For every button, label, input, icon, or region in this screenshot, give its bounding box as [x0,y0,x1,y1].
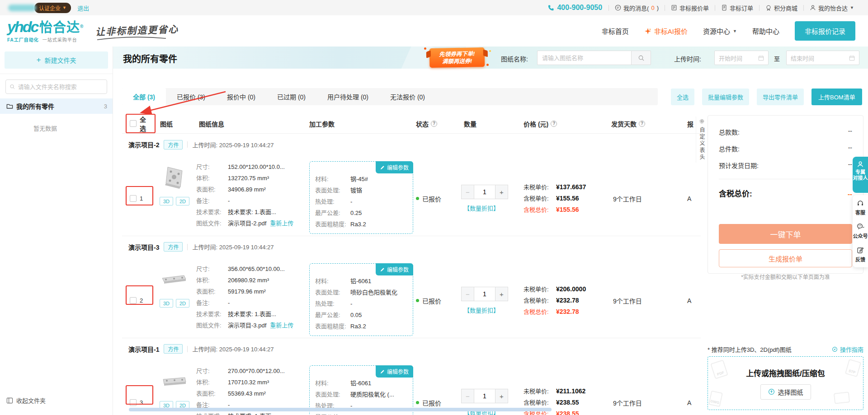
qty-plus-button[interactable]: + [495,287,508,301]
search-button[interactable] [631,51,651,65]
edit-params-button[interactable]: 编辑参数 [376,365,413,378]
my-messages-link[interactable]: 我的消息(0) [609,4,665,12]
verified-company-badge[interactable]: 认证企业 ▼ [34,3,71,13]
delivery-days: 9个工作日 [611,398,679,407]
export-parts-list-button[interactable]: 导出零件清单 [757,89,804,105]
person-icon [810,5,816,11]
reupload-link[interactable]: 重新上传 [270,320,293,331]
wechat-official-button[interactable]: 公众号 [853,223,868,239]
batch-edit-params-button[interactable]: 批量编辑参数 [702,89,749,105]
sidebar-item-all-parts[interactable]: 我的所有零件 3 [0,98,113,114]
end-date-input[interactable]: 结束时间 [786,51,859,65]
view-3d-button[interactable]: 3D [160,197,173,205]
param-heat: - [350,196,352,207]
new-folder-button[interactable]: + 新建文件夹 [5,51,108,69]
qty-minus-button[interactable]: − [461,287,474,301]
message-icon [615,5,621,11]
select-all-checkbox[interactable] [130,120,137,127]
one-click-order-button[interactable]: 一键下单 [719,224,852,244]
list-action-bar: 全选 批量编辑参数 导出零件清单 上传BOM清单 [671,89,862,105]
tab-all[interactable]: 全部 (3) [122,88,166,105]
part-thumbnail[interactable] [158,263,190,295]
logout-link[interactable]: 退出 [77,4,89,12]
drawing-name-input[interactable] [537,51,631,65]
part-type-badge[interactable]: 方件 [164,242,183,252]
generate-quotation-button[interactable]: 生成报价单 [719,249,852,267]
coupon-banner[interactable]: 先领券再下单! 满额再送券! [429,47,485,68]
operation-guide-link[interactable]: 操作指南 [832,345,863,354]
row-checkbox[interactable] [130,399,137,406]
view-2d-button[interactable]: 2D [176,197,189,205]
collapse-folders-button[interactable]: 收起文件夹 [6,396,46,405]
floater-label: 公众号 [853,232,868,239]
verified-label: 认证企业 [39,4,61,12]
qty-input[interactable] [474,389,495,403]
qty-plus-button[interactable]: + [495,185,508,199]
folder-ghost-icon [834,392,850,404]
nav-help-center[interactable]: 帮助中心 [752,26,779,36]
part-thumbnail[interactable] [158,161,190,193]
tab-expired[interactable]: 已过期 (0) [266,88,316,105]
view-2d-button[interactable]: 2D [176,299,189,308]
customer-service-button[interactable]: 客服 [855,200,865,216]
points-mall-link[interactable]: 积分商城 [760,4,803,12]
phone-number: 400-900-9050 [557,4,602,12]
upload-bom-button[interactable]: 上传BOM清单 [811,89,862,105]
truncated-cell: A [682,195,700,202]
tab-quoted[interactable]: 已报价 (3) [166,88,216,105]
edit-params-button[interactable]: 编辑参数 [376,263,413,275]
total-pieces-value: -- [848,144,852,153]
upload-time: 上传时间: 2025-09-19 10:44:27 [192,345,274,353]
tab-quoting[interactable]: 报价中 (0) [216,88,266,105]
drawing-file-link[interactable]: 演示项目-2.pdf [228,218,266,229]
tab-unquotable[interactable]: 无法报价 (0) [379,88,436,105]
select-all-button[interactable]: 全选 [671,89,694,105]
wechat-icon [857,223,864,230]
edit-params-button[interactable]: 编辑参数 [376,161,413,173]
quote-sheet-link[interactable]: 非标报价单 [665,4,715,12]
row-checkbox[interactable] [130,195,137,202]
est-delivery-label: 预计发货日期: [719,161,759,170]
tab-pending-user[interactable]: 用户待处理 (0) [316,88,379,105]
status-text: 已报价 [422,296,441,305]
folder-search[interactable] [5,79,107,94]
part-thumbnail[interactable] [158,365,190,397]
nav-home[interactable]: 非标首页 [602,26,629,36]
dedicated-contact-floater[interactable]: 专属对接人 [853,157,868,193]
param-heat: - [350,298,352,309]
view-3d-button[interactable]: 3D [160,299,173,308]
delivery-help-icon[interactable] [639,121,645,127]
param-tolerance: 0.05 [350,309,362,321]
folder-search-input[interactable] [18,84,103,90]
quote-history-button[interactable]: 非标报价记录 [795,21,855,41]
qty-input[interactable] [474,185,495,199]
param-surface: 镀铬 [350,185,362,196]
my-account-menu[interactable]: 我的怡合达 ▼ [804,4,860,12]
nav-ai-quote[interactable]: 非标AI报价 [644,26,688,36]
row-checkbox[interactable] [130,297,137,304]
brand-logo[interactable]: yhdc 怡合达® FA工厂自动化 一站式采购平台 [7,19,84,43]
part-type-badge[interactable]: 方件 [164,344,183,354]
nav-resource-center[interactable]: 资源中心▼ [703,26,737,36]
horizontal-scrollbar-thumb[interactable] [129,408,552,411]
price-help-icon[interactable] [551,121,557,127]
qty-minus-button[interactable]: − [461,185,474,199]
drawing-file-link[interactable]: 演示项目-3.pdf [228,320,266,331]
qty-input[interactable] [474,287,495,301]
feedback-button[interactable]: 反馈 [855,247,865,263]
reupload-link[interactable]: 重新上传 [270,218,293,229]
orders-link[interactable]: 非标订单 [715,4,759,12]
upload-dropzone[interactable]: PDF DWG STP 上传或拖拽图纸/压缩包 选择图纸 [708,356,863,410]
quantity-discount-link[interactable]: 【数量折扣】 [464,306,499,314]
table-row: 2 3D 2D 尺寸:356.00*65.00*10.00... 体积:2069… [122,257,701,338]
param-surface: 喷砂白色阳极氧化 [350,287,397,298]
start-date-input[interactable]: 开始时间 [714,51,769,65]
quantity-discount-link[interactable]: 【数量折扣】 [464,204,499,212]
status-help-icon[interactable] [431,121,437,127]
part-type-badge[interactable]: 方件 [164,140,183,149]
qty-minus-button[interactable]: − [461,389,474,403]
qty-plus-button[interactable]: + [495,389,508,403]
choose-drawing-button[interactable]: 选择图纸 [760,384,811,400]
custom-table-header-control[interactable]: 自定义表头 [696,117,708,163]
calendar-icon [849,55,855,61]
